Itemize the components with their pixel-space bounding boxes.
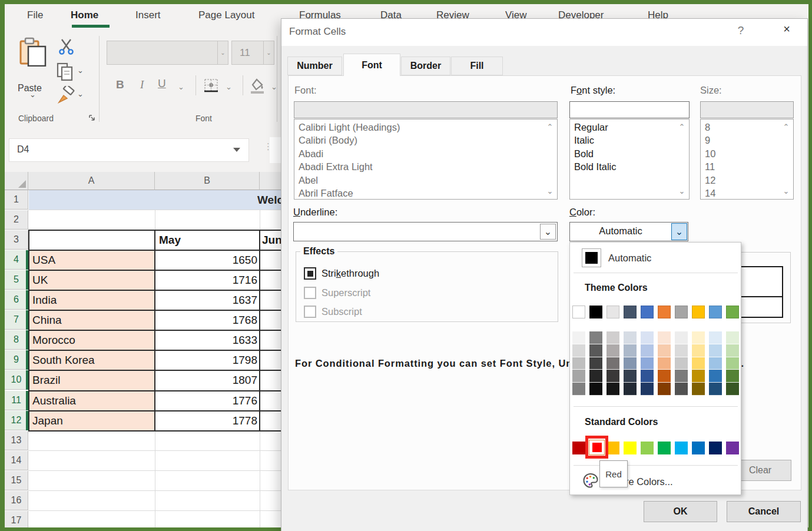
country-cell-uk[interactable]: UK (32, 270, 48, 290)
scroll-up-icon[interactable]: ⌃ (677, 124, 687, 131)
theme-variant-swatch[interactable] (606, 344, 619, 357)
theme-variant-swatch[interactable] (658, 370, 671, 383)
ribbon-tab-insert[interactable]: Insert (135, 9, 161, 26)
theme-variant-swatch[interactable] (709, 357, 722, 370)
style-item-regular[interactable]: Regular (570, 122, 675, 135)
size-item-9[interactable]: 9 (701, 135, 779, 148)
country-cell-china[interactable]: China (32, 310, 62, 330)
dialog-tab-font[interactable]: Font (343, 54, 400, 76)
row-header-3[interactable]: 3 (5, 230, 28, 250)
value-cell[interactable]: 1716 (155, 270, 257, 290)
borders-icon[interactable] (203, 78, 219, 96)
value-cell[interactable]: 1650 (155, 250, 257, 270)
row-header-8[interactable]: 8 (5, 330, 28, 350)
worksheet-grid[interactable]: ABC1234567891011121314151617WelcomeMayJu… (5, 172, 283, 527)
font-style-input[interactable] (569, 101, 690, 118)
theme-variant-swatch[interactable] (624, 370, 637, 383)
theme-color-swatch[interactable] (675, 306, 688, 318)
theme-color-swatch[interactable] (692, 306, 705, 318)
theme-color-swatch[interactable] (709, 306, 722, 318)
dialog-help-icon[interactable]: ? (733, 24, 748, 39)
font-item-abadi[interactable]: Abadi (294, 148, 543, 161)
standard-color-swatch[interactable] (675, 442, 688, 454)
size-item-11[interactable]: 11 (701, 161, 779, 174)
theme-variant-swatch[interactable] (641, 344, 654, 357)
cancel-button[interactable]: Cancel (727, 501, 801, 522)
theme-variant-swatch[interactable] (675, 370, 688, 383)
theme-variant-swatch[interactable] (692, 344, 705, 357)
theme-variant-swatch[interactable] (675, 383, 688, 396)
scroll-down-icon[interactable]: ⌄ (545, 188, 555, 195)
size-item-14[interactable]: 14 (701, 188, 779, 201)
row-header-10[interactable]: 10 (5, 370, 28, 390)
standard-color-swatch[interactable] (606, 442, 619, 454)
standard-color-swatch[interactable] (726, 442, 739, 454)
theme-variant-swatch[interactable] (624, 331, 637, 344)
theme-variant-swatch[interactable] (709, 344, 722, 357)
font-input[interactable] (294, 101, 558, 118)
underline-dropdown-chevron-icon[interactable]: ⌄ (540, 224, 556, 240)
color-dropdown-chevron-icon[interactable]: ⌄ (671, 223, 687, 240)
value-cell[interactable]: 1768 (155, 310, 257, 330)
font-size-combobox[interactable]: 11 ⌄ (231, 41, 274, 65)
color-dropdown[interactable]: Automatic ⌄ (569, 222, 688, 241)
row-header-1[interactable]: 1 (5, 190, 28, 210)
value-cell[interactable]: 1778 (155, 411, 257, 431)
value-cell[interactable]: 1798 (155, 350, 257, 370)
superscript-checkbox[interactable] (304, 287, 316, 299)
size-input[interactable] (700, 101, 794, 118)
value-cell[interactable]: 1776 (155, 391, 257, 411)
size-list[interactable]: 8910111214⌃⌄ (700, 119, 794, 200)
ribbon-tab-page-layout[interactable]: Page Layout (198, 9, 254, 26)
theme-variant-swatch[interactable] (726, 344, 739, 357)
size-item-12[interactable]: 12 (701, 175, 779, 188)
row-header-12[interactable]: 12 (5, 411, 28, 430)
theme-variant-swatch[interactable] (624, 344, 637, 357)
font-item-abel[interactable]: Abel (294, 175, 543, 188)
theme-variant-swatch[interactable] (675, 357, 688, 370)
dialog-title-bar[interactable]: Format Cells ? × (281, 19, 807, 46)
theme-variant-swatch[interactable] (658, 331, 671, 344)
theme-variant-swatch[interactable] (658, 344, 671, 357)
row-header-7[interactable]: 7 (5, 310, 28, 330)
row-header-4[interactable]: 4 (5, 250, 28, 270)
theme-variant-swatch[interactable] (692, 331, 705, 344)
theme-variant-swatch[interactable] (726, 331, 739, 344)
size-item-10[interactable]: 10 (701, 148, 779, 161)
theme-variant-swatch[interactable] (641, 370, 654, 383)
row-header-2[interactable]: 2 (5, 210, 28, 230)
country-cell-morocco[interactable]: Morocco (32, 330, 75, 350)
bold-button[interactable]: B (116, 78, 124, 91)
theme-variant-swatch[interactable] (572, 344, 585, 357)
formula-bar-grip-icon[interactable]: ⋮ (264, 144, 266, 161)
theme-variant-swatch[interactable] (589, 344, 602, 357)
standard-color-swatch[interactable] (709, 442, 722, 454)
scroll-down-icon[interactable]: ⌄ (781, 188, 791, 195)
style-item-italic[interactable]: Italic (570, 135, 675, 148)
theme-color-swatch[interactable] (606, 306, 619, 318)
row-header-17[interactable]: 17 (5, 511, 28, 527)
paste-dropdown-chevron-icon[interactable]: ⌄ (29, 90, 36, 99)
theme-variant-swatch[interactable] (726, 370, 739, 383)
underline-button[interactable]: U (158, 77, 166, 90)
style-item-bold[interactable]: Bold (570, 148, 675, 161)
cut-scissors-icon[interactable] (58, 38, 75, 58)
country-cell-usa[interactable]: USA (32, 250, 55, 270)
row-header-9[interactable]: 9 (5, 350, 28, 370)
theme-variant-swatch[interactable] (675, 331, 688, 344)
more-colors-palette-icon[interactable] (582, 472, 599, 492)
select-all-corner[interactable] (5, 172, 28, 190)
name-box[interactable]: D4 (9, 138, 249, 162)
value-cell[interactable]: 1637 (155, 290, 257, 310)
underline-dropdown[interactable]: ⌄ (293, 222, 558, 241)
scroll-down-icon[interactable]: ⌄ (677, 188, 687, 195)
theme-variant-swatch[interactable] (658, 383, 671, 396)
theme-variant-swatch[interactable] (624, 357, 637, 370)
font-list[interactable]: Calibri Light (Headings)Calibri (Body)Ab… (294, 119, 558, 200)
column-header-b[interactable]: B (155, 172, 260, 190)
row-header-6[interactable]: 6 (5, 290, 28, 310)
automatic-color-swatch[interactable] (582, 248, 601, 267)
theme-color-swatch[interactable] (589, 306, 602, 318)
selected-red-highlight-box[interactable] (585, 436, 608, 459)
copy-icon[interactable] (56, 62, 75, 84)
